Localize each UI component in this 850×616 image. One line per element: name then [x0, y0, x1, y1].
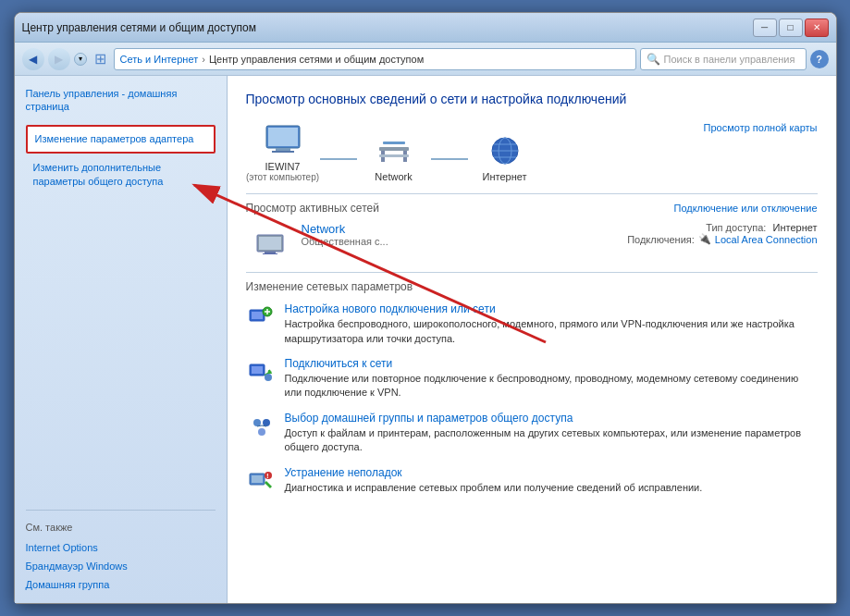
computer-sublabel: (этот компьютер) — [246, 172, 319, 182]
settings-item-3-desc: Доступ к файлам и принтерам, расположенн… — [285, 427, 802, 452]
svg-rect-7 — [379, 154, 409, 157]
page-title: Просмотр основных сведений о сети и наст… — [246, 91, 818, 107]
settings-item-troubleshoot: ! Устранение неполадок Диагностика и исп… — [246, 466, 818, 496]
search-placeholder: Поиск в панели управления — [664, 54, 795, 65]
bench-icon — [372, 132, 416, 169]
forward-button[interactable]: ▶ — [48, 48, 70, 70]
settings-item-connect: Подключиться к сети Подключение или повт… — [246, 357, 818, 400]
settings-item-4-link[interactable]: Устранение неполадок — [285, 466, 818, 479]
window-title: Центр управления сетями и общим доступом — [22, 21, 257, 34]
change-settings-section: Изменение сетевых параметров — [246, 280, 818, 495]
active-networks-label: Просмотр активных сетей — [246, 202, 379, 215]
computer-icon — [261, 122, 305, 159]
network-status-info: Network Общественная с... — [302, 222, 617, 247]
title-bar: Центр управления сетями и общим доступом… — [15, 13, 836, 43]
maximize-button[interactable]: □ — [779, 18, 803, 37]
access-type-label: Тип доступа: — [706, 222, 766, 233]
access-type-row: Тип доступа: Интернет — [627, 222, 817, 233]
breadcrumb-part1[interactable]: Сеть и Интернет — [120, 54, 199, 65]
settings-item-4-text: Устранение неполадок Диагностика и испра… — [285, 466, 818, 496]
svg-rect-1 — [268, 128, 298, 146]
settings-item-2-desc: Подключение или повторное подключение к … — [285, 373, 799, 398]
internet-icon — [483, 132, 527, 169]
toolbar: ◀ ▶ ▾ ⊞ Сеть и Интернет › Центр управлен… — [15, 43, 836, 76]
settings-item-new-connection: Настройка нового подключения или сети На… — [246, 302, 818, 346]
breadcrumb-sep1: › — [202, 54, 205, 65]
homegroup-icon — [246, 412, 276, 441]
title-buttons: ─ □ ✕ — [753, 18, 829, 37]
svg-rect-8 — [383, 142, 405, 144]
search-icon: 🔍 — [647, 53, 660, 66]
sidebar-divider — [26, 510, 216, 511]
separator-1 — [246, 193, 818, 194]
settings-item-1-link[interactable]: Настройка нового подключения или сети — [285, 302, 818, 315]
settings-item-2-text: Подключиться к сети Подключение или повт… — [285, 357, 818, 400]
change-settings-label: Изменение сетевых параметров — [246, 280, 818, 293]
svg-rect-30 — [252, 475, 263, 483]
svg-rect-16 — [265, 252, 276, 253]
minimize-button[interactable]: ─ — [753, 18, 777, 37]
connect-disconnect-link[interactable]: Подключение или отключение — [673, 203, 817, 214]
svg-rect-15 — [259, 237, 281, 250]
network-status-row: Network Общественная с... Тип доступа: И… — [246, 222, 818, 257]
history-dropdown[interactable]: ▾ — [74, 53, 87, 66]
sidebar-homegroup[interactable]: Домашняя группа — [26, 577, 216, 592]
svg-rect-4 — [379, 147, 409, 151]
svg-rect-3 — [272, 151, 294, 153]
back-button[interactable]: ◀ — [22, 48, 44, 70]
help-button[interactable]: ? — [810, 50, 829, 68]
settings-item-3-link[interactable]: Выбор домашней группы и параметров общег… — [285, 412, 818, 425]
separator-2 — [246, 272, 818, 273]
view-full-map-link[interactable]: Просмотр полной карты — [704, 122, 818, 133]
settings-item-2-link[interactable]: Подключиться к сети — [285, 357, 818, 370]
computer-label: IEWIN7 — [265, 161, 301, 172]
sidebar-internet-options[interactable]: Internet Options — [26, 540, 216, 555]
internet-label: Интернет — [483, 171, 527, 182]
bench-label: Network — [375, 171, 412, 182]
main-window: Центр управления сетями и общим доступом… — [14, 12, 837, 604]
connections-value[interactable]: Local Area Connection — [715, 234, 818, 245]
sidebar: Панель управления - домашняя страница Из… — [15, 76, 228, 603]
troubleshoot-icon: ! — [246, 466, 276, 496]
search-bar[interactable]: 🔍 Поиск в панели управления — [640, 48, 807, 70]
connect-icon — [246, 357, 276, 387]
settings-item-1-desc: Настройка беспроводного, широкополосного… — [285, 318, 795, 343]
settings-item-homegroup: Выбор домашней группы и параметров общег… — [246, 412, 818, 455]
close-button[interactable]: ✕ — [805, 18, 829, 37]
main-content: Просмотр основных сведений о сети и наст… — [228, 76, 836, 603]
svg-point-25 — [265, 374, 272, 381]
network-map-section: IEWIN7 (этот компьютер) — [246, 122, 818, 182]
network-node-computer: IEWIN7 (этот компьютер) — [246, 122, 320, 182]
network-type: Общественная с... — [302, 236, 617, 247]
connections-label: Подключения: — [627, 234, 695, 245]
connection-icon: 🔌 — [698, 233, 711, 245]
sidebar-also-label: См. также — [26, 522, 216, 533]
connections-row: Подключения: 🔌 Local Area Connection — [627, 233, 817, 245]
control-panel-icon: ⊞ — [94, 50, 106, 68]
network-status-icon — [253, 224, 290, 257]
svg-rect-17 — [263, 253, 277, 254]
network-line-2 — [431, 158, 468, 160]
svg-rect-2 — [276, 148, 290, 151]
breadcrumb-part2: Центр управления сетями и общим доступом — [209, 54, 424, 65]
svg-text:!: ! — [266, 472, 269, 480]
new-connection-icon — [246, 302, 276, 332]
svg-rect-24 — [252, 366, 263, 374]
settings-item-4-desc: Диагностика и исправление сетевых пробле… — [285, 482, 703, 493]
network-name[interactable]: Network — [302, 222, 617, 236]
content-area: Панель управления - домашняя страница Из… — [15, 76, 836, 603]
active-networks-header: Просмотр активных сетей Подключение или … — [246, 202, 818, 215]
sidebar-item-sharing[interactable]: Изменить дополнительные параметры общего… — [26, 157, 216, 193]
network-node-internet: Интернет — [468, 132, 542, 182]
access-type-value: Интернет — [773, 222, 818, 233]
network-icons: IEWIN7 (этот компьютер) — [246, 122, 704, 182]
network-line-1 — [320, 158, 357, 160]
settings-item-1-text: Настройка нового подключения или сети На… — [285, 302, 818, 346]
sidebar-firewall[interactable]: Брандмауэр Windows — [26, 559, 216, 573]
svg-point-28 — [258, 428, 265, 436]
breadcrumb-bar: Сеть и Интернет › Центр управления сетям… — [114, 48, 636, 70]
sidebar-item-adapter-settings[interactable]: Изменение параметров адаптера — [26, 125, 216, 154]
network-node-bench: Network — [357, 132, 431, 182]
sidebar-home-link[interactable]: Панель управления - домашняя страница — [26, 87, 216, 114]
settings-item-3-text: Выбор домашней группы и параметров общег… — [285, 412, 818, 455]
